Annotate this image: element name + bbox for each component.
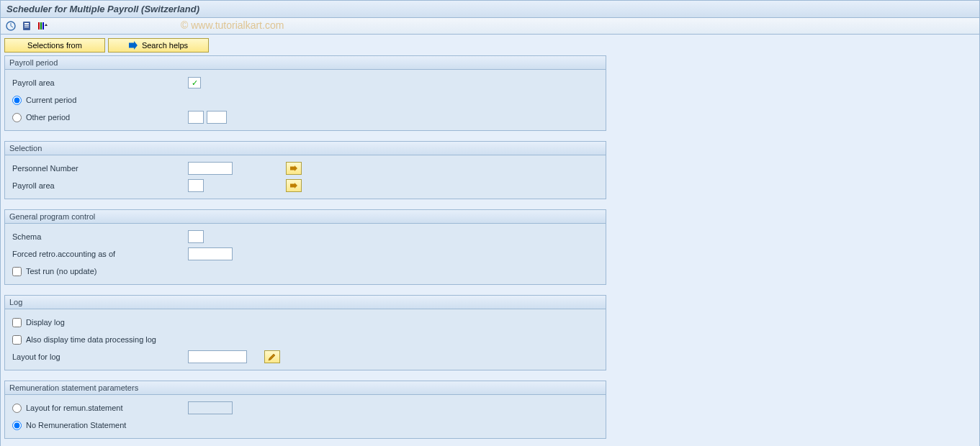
- also-display-checkbox-input[interactable]: [12, 335, 22, 345]
- payroll-area-multiselect-button[interactable]: [286, 179, 302, 192]
- personnel-number-label: Personnel Number: [12, 164, 185, 173]
- personnel-number-multiselect-button[interactable]: [286, 162, 302, 175]
- panel-header: Remuneration statement parameters: [5, 381, 606, 395]
- also-display-checkbox[interactable]: Also display time data processing log: [12, 335, 156, 345]
- panel-header: Payroll period: [5, 56, 606, 70]
- toolbar: © www.tutorialkart.com: [0, 18, 980, 35]
- forced-retro-label: Forced retro.accounting as of: [12, 250, 185, 258]
- other-period-radio-input[interactable]: [12, 113, 22, 122]
- schema-label: Schema: [12, 232, 185, 241]
- test-run-checkbox[interactable]: Test run (no update): [12, 267, 96, 276]
- execute-icon[interactable]: [5, 20, 17, 32]
- payroll-area-sel-label: Payroll area: [12, 181, 185, 190]
- info-icon[interactable]: [21, 20, 32, 32]
- other-period-input-2[interactable]: [207, 111, 227, 124]
- panel-header: General program control: [5, 210, 606, 224]
- layout-remun-radio-input[interactable]: [12, 404, 22, 413]
- variant-icon[interactable]: [37, 20, 48, 32]
- current-period-radio-input[interactable]: [12, 96, 22, 105]
- radio-label-text: Current period: [26, 96, 76, 104]
- svg-line-2: [11, 26, 13, 27]
- pencil-icon: [268, 352, 277, 361]
- selections-from-button[interactable]: Selections from: [4, 38, 105, 53]
- content-area: Selections from Search helps Payroll per…: [0, 35, 980, 446]
- radio-label-text: Layout for remun.statement: [26, 404, 123, 412]
- button-row: Selections from Search helps: [4, 38, 976, 53]
- layout-remun-radio[interactable]: Layout for remun.statement: [12, 404, 185, 413]
- svg-rect-4: [24, 23, 29, 24]
- arrow-right-icon: [129, 41, 138, 50]
- layout-for-log-input[interactable]: [188, 350, 247, 363]
- svg-rect-9: [42, 22, 44, 29]
- svg-rect-8: [40, 22, 42, 29]
- panel-header: Log: [5, 296, 606, 309]
- arrow-right-icon: [290, 183, 297, 188]
- log-panel: Log Display log Also display time data p…: [4, 295, 606, 370]
- remuneration-panel: Remuneration statement parameters Layout…: [4, 381, 606, 439]
- forced-retro-input[interactable]: [188, 247, 233, 260]
- watermark: © www.tutorialkart.com: [181, 19, 284, 31]
- radio-label-text: No Remuneration Statement: [26, 421, 126, 429]
- payroll-area-sel-input[interactable]: [188, 179, 204, 192]
- other-period-radio[interactable]: Other period: [12, 113, 185, 122]
- schema-input[interactable]: [188, 230, 204, 243]
- search-helps-button[interactable]: Search helps: [108, 38, 209, 53]
- checkbox-label-text: Also display time data processing log: [26, 335, 156, 344]
- personnel-number-input[interactable]: [188, 162, 233, 175]
- display-log-checkbox[interactable]: Display log: [12, 318, 65, 327]
- selection-panel: Selection Personnel Number Payroll area: [4, 141, 606, 199]
- test-run-checkbox-input[interactable]: [12, 267, 22, 276]
- no-remun-radio-input[interactable]: [12, 421, 22, 430]
- no-remun-radio[interactable]: No Remuneration Statement: [12, 421, 126, 430]
- payroll-area-flag[interactable]: ✓: [188, 77, 201, 88]
- panel-header: Selection: [5, 142, 606, 155]
- layout-for-log-label: Layout for log: [12, 352, 185, 361]
- svg-rect-7: [38, 22, 40, 29]
- page-title: Scheduler for Multiple Payroll (Switzerl…: [0, 0, 980, 18]
- radio-label-text: Other period: [26, 113, 70, 122]
- button-label: Selections from: [27, 41, 82, 50]
- current-period-radio[interactable]: Current period: [12, 96, 76, 105]
- layout-remun-input: [188, 401, 233, 414]
- layout-edit-button[interactable]: [264, 350, 280, 363]
- other-period-input-1[interactable]: [188, 111, 204, 124]
- button-label: Search helps: [142, 41, 188, 50]
- checkbox-label-text: Test run (no update): [26, 267, 96, 276]
- display-log-checkbox-input[interactable]: [12, 318, 22, 327]
- arrow-right-icon: [290, 165, 297, 171]
- general-program-control-panel: General program control Schema Forced re…: [4, 209, 606, 285]
- payroll-period-panel: Payroll period Payroll area ✓ Current pe…: [4, 55, 606, 131]
- checkbox-label-text: Display log: [26, 318, 65, 327]
- payroll-area-label: Payroll area: [12, 78, 185, 87]
- svg-rect-6: [24, 27, 29, 27]
- svg-rect-5: [24, 25, 29, 26]
